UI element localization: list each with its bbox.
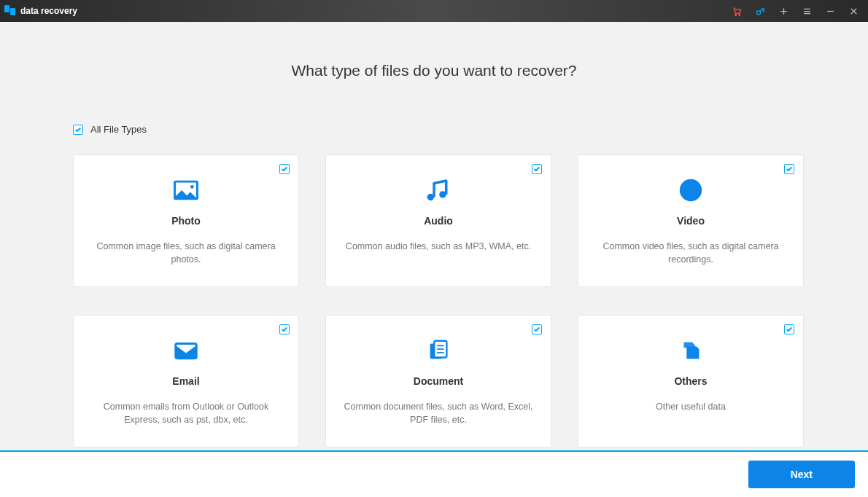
audio-icon (425, 174, 452, 206)
card-title: Others (674, 375, 707, 387)
card-title: Photo (171, 215, 201, 227)
checkbox-icon[interactable] (279, 324, 290, 334)
svg-point-4 (190, 185, 194, 189)
card-desc: Common emails from Outlook or Outlook Ex… (91, 400, 281, 426)
card-others[interactable]: Others Other useful data (578, 315, 804, 447)
app-title: data recovery (20, 6, 77, 16)
photo-icon (172, 174, 200, 206)
card-desc: Common video files, such as digital came… (596, 240, 786, 266)
card-desc: Common image files, such as digital came… (91, 240, 281, 266)
app-logo-icon (4, 5, 16, 17)
card-desc: Common document files, such as Word, Exc… (344, 400, 533, 426)
card-document[interactable]: Document Common document files, such as … (325, 315, 551, 447)
footer-bar: Next (0, 450, 868, 497)
checkbox-icon[interactable] (279, 164, 290, 174)
checkbox-icon[interactable] (532, 164, 542, 174)
titlebar-left: data recovery (4, 5, 77, 17)
key-icon[interactable] (750, 1, 770, 21)
card-title: Audio (424, 215, 453, 227)
page-heading: What type of files do you want to recove… (0, 62, 868, 79)
all-file-types-toggle[interactable]: All File Types (73, 124, 147, 135)
menu-icon[interactable] (797, 1, 817, 21)
card-desc: Other useful data (656, 400, 726, 413)
card-desc: Common audio files, such as MP3, WMA, et… (346, 240, 531, 253)
checkbox-icon[interactable] (784, 164, 794, 174)
checkbox-icon[interactable] (784, 324, 794, 334)
titlebar-right (726, 1, 864, 21)
card-photo[interactable]: Photo Common image files, such as digita… (73, 154, 299, 287)
svg-point-0 (735, 14, 736, 15)
document-icon (425, 334, 452, 367)
cart-icon[interactable] (726, 1, 747, 21)
next-button[interactable]: Next (748, 461, 855, 488)
card-video[interactable]: Video Common video files, such as digita… (578, 154, 804, 287)
checkbox-icon[interactable] (532, 324, 542, 334)
all-file-types-label: All File Types (90, 124, 147, 135)
svg-point-1 (738, 14, 740, 15)
card-title: Document (414, 375, 463, 387)
file-type-grid: Photo Common image files, such as digita… (73, 154, 804, 447)
main-panel: What type of files do you want to recove… (0, 22, 868, 450)
video-icon (677, 174, 705, 206)
svg-point-2 (756, 10, 760, 14)
card-title: Email (172, 375, 199, 387)
titlebar: data recovery (0, 0, 868, 22)
minimize-icon[interactable] (820, 1, 840, 21)
checkbox-icon (73, 125, 83, 135)
card-audio[interactable]: Audio Common audio files, such as MP3, W… (325, 154, 551, 287)
plus-icon[interactable] (773, 1, 794, 21)
card-email[interactable]: Email Common emails from Outlook or Outl… (73, 315, 299, 447)
email-icon (172, 334, 200, 367)
card-title: Video (677, 215, 705, 227)
close-icon[interactable] (843, 1, 864, 21)
others-icon (677, 334, 705, 367)
